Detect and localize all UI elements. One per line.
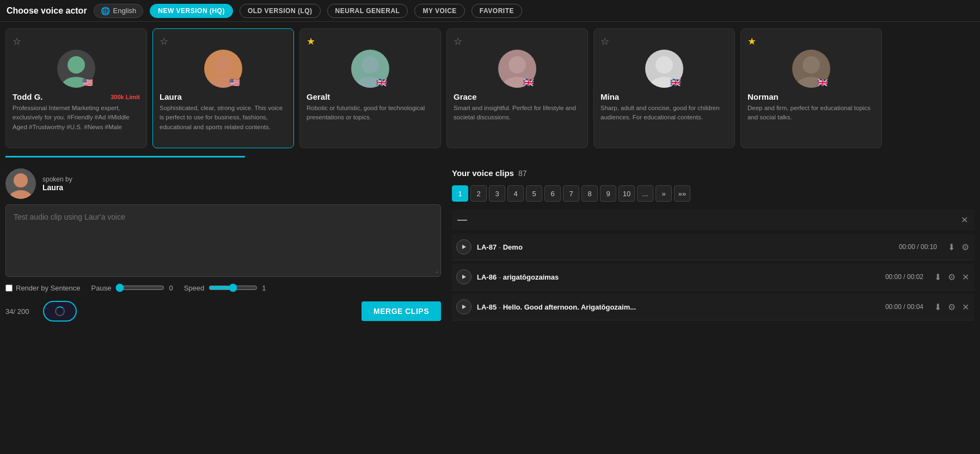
loading-spinner bbox=[55, 306, 65, 316]
clip-id-la87: LA-87 - Demo bbox=[477, 243, 523, 251]
play-la85[interactable] bbox=[456, 299, 471, 314]
star-todd[interactable]: ☆ bbox=[13, 35, 21, 47]
play-la86[interactable] bbox=[456, 269, 471, 284]
merge-clips-button[interactable]: MERGE CLIPS bbox=[362, 301, 441, 321]
flag-todd bbox=[82, 78, 94, 87]
clip-info-la85: LA-85 - Hello. Good afternoon. Arigatōgo… bbox=[477, 303, 880, 311]
test-audio-input[interactable] bbox=[14, 213, 433, 267]
download-la86[interactable]: ⬇ bbox=[933, 271, 942, 283]
clip-actions-la85: ⬇ ⚙ ✕ bbox=[933, 301, 970, 313]
clip-actions-la87: ⬇ ⚙ bbox=[947, 241, 970, 253]
main-content: spoken by Laura ⌟ Render by Sentence Pau… bbox=[0, 158, 980, 335]
page-2[interactable]: 2 bbox=[470, 185, 487, 202]
star-grace[interactable]: ☆ bbox=[454, 35, 462, 47]
filter-neural-general[interactable]: NEURAL GENERAL bbox=[327, 4, 408, 18]
page-last[interactable]: »» bbox=[674, 185, 690, 202]
close-minimized-btn[interactable]: ✕ bbox=[960, 214, 969, 226]
page-next[interactable]: » bbox=[656, 185, 672, 202]
limit-badge-todd: 300k Limit bbox=[111, 94, 140, 100]
filter-old-version[interactable]: OLD VERSION (LQ) bbox=[240, 4, 321, 18]
download-la87[interactable]: ⬇ bbox=[947, 241, 956, 253]
clips-title: Your voice clips bbox=[452, 168, 514, 178]
clip-time-la86: 00:00 / 00:02 bbox=[885, 273, 923, 281]
page-5[interactable]: 5 bbox=[526, 185, 542, 202]
flag-geralt bbox=[376, 78, 388, 87]
page-7[interactable]: 7 bbox=[563, 185, 579, 202]
avatar-mina bbox=[645, 50, 683, 88]
svg-point-4 bbox=[362, 56, 379, 74]
speed-slider-group: Speed 1 bbox=[184, 283, 266, 292]
clip-time-la85: 00:00 / 00:04 bbox=[885, 303, 923, 311]
voice-card-mina[interactable]: ☆ Mina Sharp, adult and concise, good fo… bbox=[593, 28, 735, 148]
page-3[interactable]: 3 bbox=[489, 185, 505, 202]
voice-card-todd[interactable]: ☆ Todd G. 300k Limit Professional Intern… bbox=[5, 28, 147, 148]
filter-favorite[interactable]: FAVORITE bbox=[471, 4, 522, 18]
close-la86[interactable]: ✕ bbox=[961, 271, 970, 283]
speed-value: 1 bbox=[262, 284, 266, 292]
clips-list: — ✕ LA-87 - Demo 00:00 / 00:10 ⬇ bbox=[452, 209, 975, 320]
settings-la86[interactable]: ⚙ bbox=[947, 271, 957, 283]
page-10[interactable]: 10 bbox=[618, 185, 635, 202]
svg-point-8 bbox=[656, 56, 673, 74]
spoken-info: spoken by Laura bbox=[42, 175, 72, 192]
star-laura[interactable]: ☆ bbox=[160, 35, 168, 47]
avatar-norman bbox=[792, 50, 830, 88]
minimize-dash: — bbox=[457, 214, 467, 226]
star-mina[interactable]: ☆ bbox=[601, 35, 609, 47]
voice-name-grace: Grace bbox=[454, 92, 477, 101]
download-la85[interactable]: ⬇ bbox=[933, 301, 942, 313]
page-1[interactable]: 1 bbox=[452, 185, 468, 202]
filter-new-version[interactable]: NEW VERSION (HQ) bbox=[150, 4, 233, 18]
voice-card-grace[interactable]: ☆ Grace Smart and insightful. Perfect fo… bbox=[446, 28, 588, 148]
settings-la85[interactable]: ⚙ bbox=[947, 301, 957, 313]
voice-desc-todd: Professional Internet Marketing expert, … bbox=[13, 104, 140, 132]
voice-name-norman: Norman bbox=[748, 92, 779, 101]
voice-card-norman[interactable]: ★ Norman Deep and firm, perfect for educ… bbox=[740, 28, 882, 148]
star-norman[interactable]: ★ bbox=[748, 35, 756, 47]
generate-button[interactable] bbox=[43, 301, 77, 322]
spoken-name: Laura bbox=[42, 183, 72, 192]
page-title: Choose voice actor bbox=[7, 6, 87, 16]
voice-actors-row: ☆ Todd G. 300k Limit Professional Intern… bbox=[5, 28, 975, 148]
avatar-laura bbox=[204, 50, 242, 88]
svg-point-13 bbox=[9, 190, 33, 199]
spoken-avatar bbox=[5, 168, 36, 199]
svg-point-0 bbox=[68, 56, 85, 74]
pause-slider[interactable] bbox=[115, 283, 164, 292]
pause-slider-group: Pause 0 bbox=[91, 283, 173, 292]
page-4[interactable]: 4 bbox=[507, 185, 524, 202]
star-geralt[interactable]: ★ bbox=[307, 35, 315, 47]
page-8[interactable]: 8 bbox=[581, 185, 598, 202]
render-sentence-checkbox[interactable] bbox=[5, 284, 13, 292]
voice-desc-norman: Deep and firm, perfect for educational t… bbox=[748, 104, 875, 123]
play-la87[interactable] bbox=[456, 239, 471, 255]
render-sentence-label: Render by Sentence bbox=[5, 284, 81, 292]
clip-item-la85: LA-85 - Hello. Good afternoon. Arigatōgo… bbox=[452, 294, 975, 320]
svg-point-6 bbox=[509, 56, 526, 74]
left-panel: spoken by Laura ⌟ Render by Sentence Pau… bbox=[5, 168, 441, 324]
page-9[interactable]: 9 bbox=[600, 185, 616, 202]
clip-info-la86: LA-86 - arigatōgozaimas bbox=[477, 273, 880, 281]
speed-slider[interactable] bbox=[209, 283, 258, 292]
flag-mina bbox=[670, 78, 682, 87]
page-ellipsis[interactable]: ... bbox=[637, 185, 653, 202]
render-sentence-text: Render by Sentence bbox=[16, 284, 81, 292]
svg-point-2 bbox=[215, 56, 232, 74]
pause-label: Pause bbox=[91, 284, 112, 292]
controls-row: Render by Sentence Pause 0 Speed 1 bbox=[5, 283, 441, 292]
filter-my-voice[interactable]: MY VOICE bbox=[414, 4, 464, 18]
settings-la87[interactable]: ⚙ bbox=[960, 241, 970, 253]
language-selector[interactable]: 🌐 English bbox=[94, 4, 144, 18]
bottom-row: 34/ 200 MERGE CLIPS bbox=[5, 301, 441, 322]
svg-marker-15 bbox=[462, 275, 466, 279]
voice-card-geralt[interactable]: ★ Geralt Robotic or futuristic, good for… bbox=[299, 28, 441, 148]
close-la85[interactable]: ✕ bbox=[961, 301, 970, 313]
voice-desc-mina: Sharp, adult and concise, good for child… bbox=[601, 104, 728, 123]
svg-marker-16 bbox=[462, 305, 466, 309]
voice-card-laura[interactable]: ☆ Laura Sophisticated, clear, strong voi… bbox=[152, 28, 294, 148]
clip-item-la86: LA-86 - arigatōgozaimas 00:00 / 00:02 ⬇ … bbox=[452, 264, 975, 290]
voice-name-todd: Todd G. bbox=[13, 92, 43, 101]
globe-icon: 🌐 bbox=[101, 7, 110, 15]
header: Choose voice actor 🌐 English NEW VERSION… bbox=[0, 0, 980, 22]
page-6[interactable]: 6 bbox=[544, 185, 561, 202]
